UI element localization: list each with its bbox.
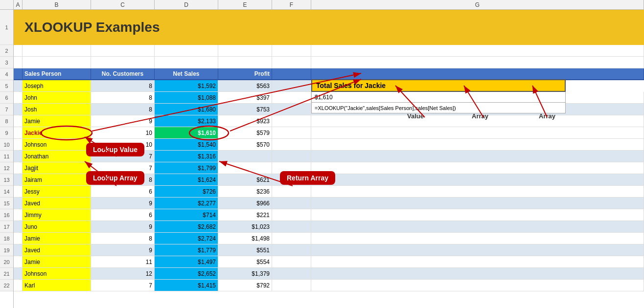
cell-name: Juno [23,221,91,233]
row-2 [14,45,644,57]
col-header-c[interactable]: C [91,0,155,9]
cell-net-sales: $1,415 [155,280,218,291]
cell-net-sales: $1,540 [155,139,218,151]
cell-name-jackie: Jackie [23,127,91,139]
cell-net-sales-jackie: $1,610 [155,127,218,139]
cell-f3 [272,57,311,68]
cell-customers: 9 [91,244,155,256]
row-num-11: 11 [0,151,13,162]
table-row: Johnson 10 $1,540 $570 [14,139,644,151]
cell-net-sales: $726 [155,186,218,198]
cell-customers: 7 [91,162,155,174]
table-row: Jairam 8 $1,624 $621 [14,174,644,186]
cell-profit: $236 [218,186,272,198]
col-header-g[interactable]: G [311,0,644,9]
table-row-jackie: Jackie 10 $1,610 $579 [14,127,644,139]
col-header-b[interactable]: B [23,0,91,9]
table-row: Javed 9 $1,779 $551 [14,244,644,256]
table-row: Jonathan 7 $1,316 [14,151,644,162]
row-num-7: 7 [0,104,13,115]
cell-customers: 11 [91,256,155,268]
cell-customers-jackie: 10 [91,127,155,139]
row-num-14: 14 [0,186,13,198]
cell-a4 [14,68,23,80]
cell-customers: 6 [91,209,155,221]
row-num-20: 20 [0,256,13,268]
cell-b3 [23,57,91,68]
cell-profit: $570 [218,139,272,151]
row-3 [14,57,644,68]
total-sales-title: Total Sales for Jackie [311,79,566,92]
row-num-2: 2 [0,45,13,57]
cell-customers: 8 [91,80,155,92]
cell-f2 [272,45,311,57]
corner-cell [0,0,14,9]
cell-customers: 9 [91,221,155,233]
cell-f4 [272,68,311,80]
cell-e3 [218,57,272,68]
cell-e2 [218,45,272,57]
col-header-a[interactable]: A [14,0,23,9]
cell-name: Joseph [23,80,91,92]
cell-profit [218,151,272,162]
cell-name: Jessy [23,186,91,198]
cell-name: John [23,92,91,104]
cell-name: Jagjit [23,162,91,174]
cell-b1: XLOOKUP Examples [23,10,541,45]
cell-profit: $753 [218,104,272,115]
table-row: Joseph 8 $1,592 $563 Total Sales for Jac… [14,80,644,92]
cell-net-sales: $2,682 [155,221,218,233]
table-row: Jamie 9 $2,133 $923 [14,115,644,127]
row-num-22: 22 [0,280,13,291]
cell-name: Javed [23,244,91,256]
total-sales-result: $1,610 [311,92,566,103]
table-row: Jamie 11 $1,497 $554 [14,256,644,268]
header-sales-person: Sales Person [23,68,91,80]
header-profit: Profit [218,68,272,80]
cell-net-sales: $714 [155,209,218,221]
cell-profit: $621 [218,174,272,186]
cell-net-sales: $1,316 [155,151,218,162]
header-no-customers: No. Customers [91,68,155,80]
table-header-row: Sales Person No. Customers Net Sales Pro… [14,68,644,80]
cell-profit: $397 [218,92,272,104]
cell-name: Jamie [23,115,91,127]
col-header-f[interactable]: F [272,0,311,9]
row-num-1: 1 [0,10,13,45]
cell-net-sales: $2,724 [155,233,218,244]
cell-a3 [14,57,23,68]
table-row: Javed 9 $2,277 $966 [14,198,644,209]
cell-name: Johnson [23,268,91,280]
cell-d2 [155,45,218,57]
cell-customers: 9 [91,115,155,127]
column-headers: A B C D E F G [0,0,644,10]
cell-c3 [91,57,155,68]
col-header-e[interactable]: E [218,0,272,9]
cell-name: Josh [23,104,91,115]
row-num-16: 16 [0,209,13,221]
row-num-6: 6 [0,92,13,104]
cell-profit-jackie: $579 [218,127,272,139]
cell-net-sales: $1,799 [155,162,218,174]
cell-d3 [155,57,218,68]
title-row: XLOOKUP Examples [14,10,644,45]
cell-name: Javed [23,198,91,209]
header-net-sales: Net Sales [155,68,218,80]
table-row: Johnson 12 $2,652 $1,379 [14,268,644,280]
row-numbers: 1 2 3 4 5 6 7 8 9 10 11 12 13 14 15 16 1… [0,10,14,308]
row-num-10: 10 [0,139,13,151]
cell-customers: 8 [91,233,155,244]
row-num-5: 5 [0,80,13,92]
cell-name: Jamie [23,233,91,244]
cell-name: Jonathan [23,151,91,162]
col-header-d[interactable]: D [155,0,218,9]
cell-profit: $563 [218,80,272,92]
cell-a1 [14,10,23,45]
row-num-9: 9 [0,127,13,139]
row-num-18: 18 [0,233,13,244]
cell-customers: 9 [91,198,155,209]
cell-customers: 8 [91,104,155,115]
table-row: Jessy 6 $726 $236 [14,186,644,198]
cell-a2 [14,45,23,57]
row-num-4: 4 [0,68,13,80]
